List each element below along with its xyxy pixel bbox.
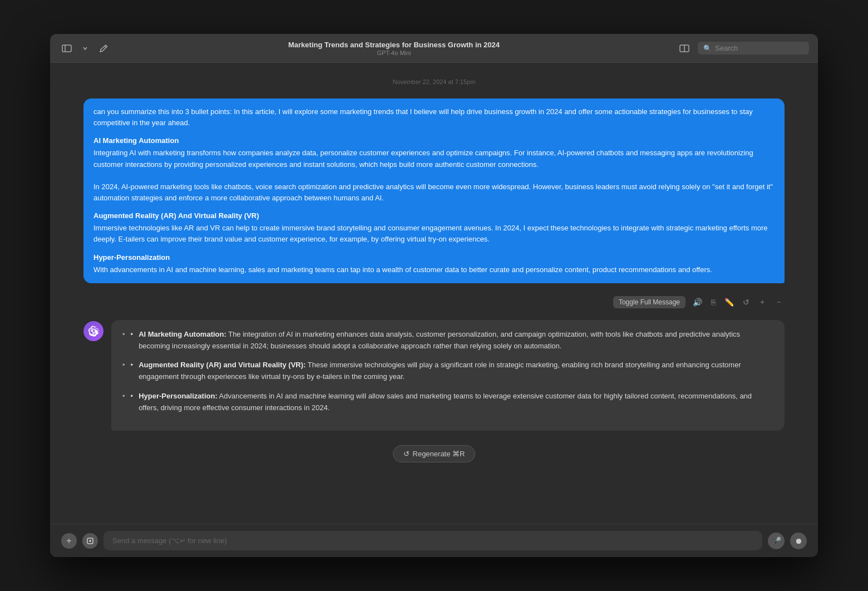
search-icon: 🔍	[703, 45, 712, 52]
bullet-3-text: Advancements in AI and machine learning …	[139, 392, 752, 412]
add-icon[interactable]: ＋	[757, 296, 768, 309]
section-body-ai-2: In 2024, AI-powered marketing tools like…	[93, 181, 775, 204]
toggle-full-message-button[interactable]: Toggle Full Message	[613, 296, 685, 308]
section-title-hyper: Hyper-Personalization	[93, 252, 775, 263]
copy-icon[interactable]: ⎘	[709, 296, 717, 308]
split-view-button[interactable]	[677, 42, 692, 55]
edit-icon[interactable]: ✏️	[723, 296, 736, 308]
attach-button[interactable]	[82, 533, 98, 549]
assistant-message-row: • AI Marketing Automation: The integrati…	[83, 320, 785, 431]
new-chat-button[interactable]	[96, 41, 111, 56]
chevron-down-button[interactable]	[79, 42, 91, 55]
regenerate-icon: ↺	[403, 450, 410, 458]
bullet-1-bold: AI Marketing Automation:	[139, 330, 226, 338]
speaker-icon[interactable]: 🔊	[691, 296, 704, 308]
app-window: Marketing Trends and Strategies for Busi…	[50, 34, 818, 557]
titlebar: Marketing Trends and Strategies for Busi…	[50, 34, 818, 63]
bullet-3-bold: Hyper-Personalization:	[139, 392, 218, 400]
section-title-ar: Augmented Reality (AR) And Virtual Reali…	[93, 210, 775, 221]
bullet-2-bold: Augmented Reality (AR) and Virtual Reali…	[139, 361, 305, 369]
user-message-intro: can you summarize this into 3 bullet poi…	[93, 107, 753, 127]
section-body-ai-1: Integrating AI with marketing transforms…	[93, 147, 775, 170]
section-body-ar: Immersive technologies like AR and VR ca…	[93, 223, 775, 245]
section-body-hyper: With advancements in AI and machine lear…	[93, 264, 775, 275]
message-actions: Toggle Full Message 🔊 ⎘ ✏️ ↺ ＋ －	[83, 293, 785, 311]
microphone-button[interactable]: 🎤	[768, 533, 785, 549]
bullet-1: • AI Marketing Automation: The integrati…	[122, 329, 773, 352]
bullet-2: • Augmented Reality (AR) and Virtual Rea…	[122, 359, 773, 383]
message-input[interactable]	[112, 536, 753, 545]
assistant-avatar	[83, 321, 103, 341]
regenerate-label: Regenerate ⌘R	[413, 450, 465, 458]
minus-icon[interactable]: －	[773, 296, 785, 309]
titlebar-right: 🔍	[677, 42, 809, 55]
regenerate-row: ↺ Regenerate ⌘R	[83, 445, 785, 462]
svg-line-2	[105, 46, 106, 47]
user-message: can you summarize this into 3 bullet poi…	[83, 98, 785, 283]
bullet-3: • Hyper-Personalization: Advancements in…	[122, 391, 773, 414]
section-title-ai: AI Marketing Automation	[93, 135, 775, 146]
regenerate-button[interactable]: ↺ Regenerate ⌘R	[393, 445, 476, 462]
assistant-content: • AI Marketing Automation: The integrati…	[111, 320, 785, 431]
titlebar-center: Marketing Trends and Strategies for Busi…	[111, 41, 677, 56]
assistant-bullet-list: • AI Marketing Automation: The integrati…	[122, 329, 773, 414]
message-input-wrapper[interactable]	[103, 531, 762, 550]
add-button[interactable]: +	[61, 533, 77, 549]
send-button[interactable]: ⏺	[790, 533, 807, 549]
titlebar-left	[59, 41, 111, 56]
svg-rect-0	[62, 45, 71, 52]
window-title: Marketing Trends and Strategies for Busi…	[288, 41, 500, 49]
refresh-icon[interactable]: ↺	[741, 296, 751, 308]
input-row: + 🎤 ⏺	[50, 524, 818, 557]
search-bar[interactable]: 🔍	[698, 42, 809, 55]
timestamp: November 22, 2024 at 7:15pm	[83, 78, 785, 85]
bullet-1-text: The integration of AI in marketing enhan…	[139, 330, 740, 350]
sidebar-toggle-button[interactable]	[59, 42, 75, 55]
search-input[interactable]	[715, 44, 803, 52]
chat-area: November 22, 2024 at 7:15pm can you summ…	[50, 63, 818, 524]
window-subtitle: GPT-4o Mini	[377, 50, 411, 56]
